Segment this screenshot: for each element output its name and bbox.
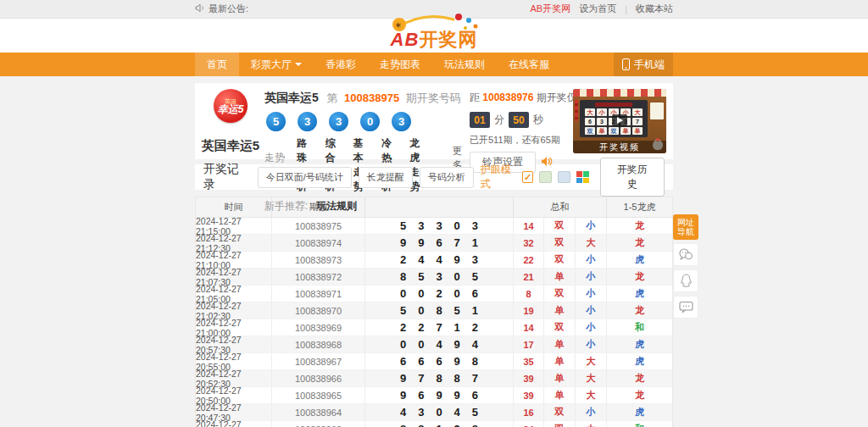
time-cell: 2024-12-27 20:55:00 [196,353,272,369]
page-body: 英国 幸运5 英国幸运5 英国幸运5 第 100838975 期开奖号码 533… [0,76,868,427]
tab-button-今日双面/号码统计[interactable]: 今日双面/号码统计 [258,167,352,188]
announcement-label: 最新公告: [209,3,248,15]
sum-cell: 22 [514,252,544,268]
parity-cell: 双 [544,286,576,302]
parity-cell: 单 [544,370,576,386]
time-cell: 2024-12-27 21:05:00 [196,286,272,302]
chat-icon[interactable] [673,296,698,319]
countdown-panel: 距 100838976 期开奖仅有 01 分 50 秒 已开511期，还有65期… [470,89,573,154]
sum-cell: 16 [514,404,544,420]
sum-cell: 39 [514,387,544,403]
time-cell: 2024-12-27 21:07:30 [196,269,272,285]
size-cell: 小 [576,252,607,268]
qq-icon[interactable] [673,269,698,292]
mobile-version-button[interactable]: 手机端 [614,53,673,76]
size-cell: 大 [576,387,607,403]
eye-mode-label: 护眼模式 [481,163,516,191]
parity-cell: 单 [544,387,576,403]
dragon-tiger-cell: 虎 [607,404,672,420]
board-note [650,103,664,119]
nav-item-玩法规则[interactable]: 玩法规则 [432,53,497,76]
numbers-cell: 00206 [365,286,514,302]
next-issue-number: 100838976 [482,92,533,103]
dragon-tiger-cell: 虎 [607,353,672,369]
dragon-tiger-cell: 龙 [607,269,672,285]
time-cell: 2024-12-27 21:10:00 [196,252,272,268]
records-title: 开奖记录 [203,162,248,192]
numbers-cell: 24493 [365,252,514,268]
issue-cell: 100838968 [272,336,365,352]
video-label: 开奖视频 [573,141,666,153]
issue-cell: 100838967 [272,353,365,369]
tab-buttons: 今日双面/号码统计长龙提醒号码分析 [258,167,474,188]
nav-item-走势图表[interactable]: 走势图表 [368,53,432,76]
nav-item-在线客服[interactable]: 在线客服 [497,53,561,76]
issue-cell: 100838969 [272,319,365,336]
result-ball: 3 [392,112,411,131]
parity-cell: 单 [544,353,576,369]
topbar-site-link[interactable]: AB开奖网 [530,3,570,15]
size-cell: 小 [576,302,607,319]
set-homepage-link[interactable]: 设为首页 [579,3,616,15]
numbers-cell: 53303 [365,218,514,234]
sum-cell: 21 [514,269,544,285]
bookmark-link[interactable]: 收藏本站 [636,3,673,15]
site-logo[interactable]: ✶ AB开奖网 [391,30,478,53]
board-tile: 单 [597,127,607,135]
parity-cell: 双 [544,218,576,234]
size-cell: 小 [576,269,607,285]
eye-mode-checkbox[interactable]: ✓ [522,171,533,183]
fireworks-decoration: ✶ [387,13,489,33]
tab-button-长龙提醒[interactable]: 长龙提醒 [359,167,413,188]
wechat-icon[interactable] [673,243,698,266]
issue-cell: 100838970 [272,302,365,319]
dragon-tiger-cell: 龙 [607,370,672,386]
size-cell: 小 [576,336,607,352]
nav-item-香港彩[interactable]: 香港彩 [314,53,368,76]
dragon-tiger-cell: 龙 [607,235,672,251]
header-time: 时间 [196,197,272,217]
countdown-minutes: 01 [470,112,490,128]
board-tile: 6 [585,118,595,125]
records-toolbar: 开奖记录 今日双面/号码统计长龙提醒号码分析 护眼模式 ✓ 开奖历史 [195,164,673,190]
countdown-seconds: 50 [509,112,529,128]
sum-cell: 17 [514,336,544,352]
time-cell: 2024-12-27 20:45:00 [196,421,272,427]
results-table-body: 2024-12-27 21:15:001008389755330314双小龙20… [196,218,672,427]
dragon-tiger-cell: 虎 [607,336,672,352]
time-cell: 2024-12-27 21:00:00 [196,319,272,336]
theme-grid-icon[interactable] [576,171,588,183]
svg-text:✶: ✶ [395,21,403,30]
current-issue-number: 100838975 [344,92,399,104]
result-ball: 5 [266,112,286,131]
parity-cell: 双 [544,404,576,420]
awning-decoration [573,89,666,97]
tab-button-号码分析[interactable]: 号码分析 [420,167,474,188]
issue-cell: 100838975 [272,218,365,234]
site-nav-shortcut[interactable]: 网址导航 [673,214,698,240]
play-icon[interactable] [612,114,627,126]
chili-decoration [575,99,578,121]
topbar-divider: | [625,4,627,14]
sum-cell: 14 [514,218,544,234]
nav-item-首页[interactable]: 首页 [195,53,239,76]
numbers-cell: 66698 [365,353,514,369]
dragon-tiger-cell: 虎 [607,286,672,302]
nav-items: 首页彩票大厅香港彩走势图表玩法规则在线客服 手机端 [195,53,673,76]
theme-swatch-blue[interactable] [558,171,570,183]
board-tile: 3 [597,118,607,125]
theme-swatch-green[interactable] [539,171,552,183]
dragon-tiger-cell: 龙 [607,218,672,234]
nav-item-彩票大厅[interactable]: 彩票大厅 [239,53,314,76]
size-cell: 小 [576,286,607,302]
parity-cell: 双 [544,319,576,336]
result-ball: 3 [329,112,348,131]
draw-video-thumbnail[interactable]: 大小小小大 63237 双单双单单 开奖视频 [573,89,666,153]
issue-cell: 100838964 [272,404,365,420]
board-tile: 大 [632,108,643,116]
time-cell: 2024-12-27 20:57:30 [196,336,272,352]
history-button[interactable]: 开奖历史 [600,158,665,197]
numbers-cell: 88198 [365,421,514,427]
numbers-cell: 85305 [365,269,514,285]
board-tile: 单 [620,127,631,135]
